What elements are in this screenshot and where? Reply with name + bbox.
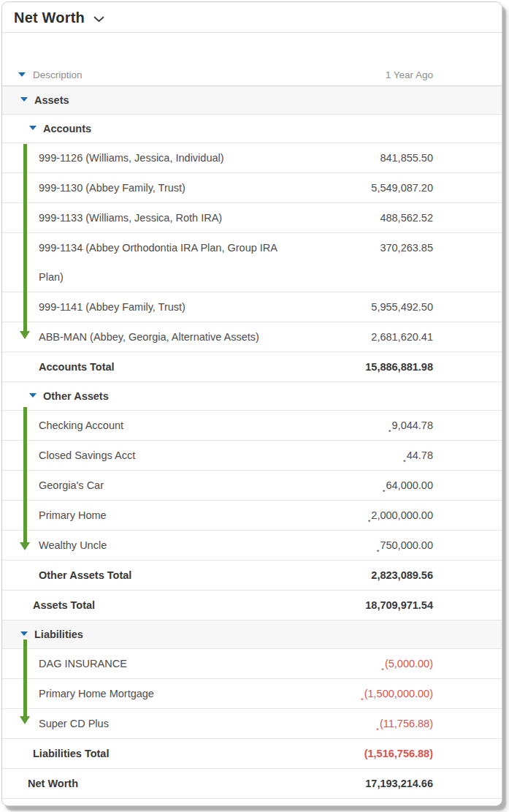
- table-row: Primary Home Mortgage *(1,500,000.00): [2, 679, 502, 709]
- row-value-text: (5,000.00): [385, 658, 433, 669]
- row-value: 2,681,620.41: [371, 322, 502, 352]
- row-value: 841,855.50: [380, 143, 502, 172]
- row-label: Liabilities Total: [33, 739, 109, 768]
- row-label: Closed Savings Acct: [39, 441, 135, 470]
- row-label: Wealthy Uncle: [39, 531, 107, 560]
- table-row: Net Worth 17,193,214.66: [2, 769, 502, 799]
- row-value: 488,562.52: [380, 203, 502, 232]
- row-value-text: (1,500,000.00): [364, 688, 433, 699]
- row-label: 999-1133 (Williams, Jessica, Roth IRA): [39, 203, 222, 232]
- row-label: Accounts: [43, 115, 91, 143]
- table-header-row: Description 1 Year Ago: [2, 64, 502, 86]
- row-value-text: 5,549,087.20: [371, 182, 433, 194]
- row-value: 5,549,087.20: [371, 173, 502, 202]
- net-worth-report-card: Net Worth Description 1 Year Ago Assets …: [1, 1, 502, 806]
- page-title: Net Worth: [14, 10, 85, 26]
- row-value: 5,955,492.50: [371, 292, 502, 322]
- table-row: Assets Total 18,709,971.54: [2, 591, 502, 621]
- row-value: *44.78: [403, 441, 502, 470]
- row-value-text: 64,000.00: [386, 479, 433, 491]
- row-label: Checking Account: [39, 411, 123, 440]
- row-value: 18,709,971.54: [365, 591, 502, 620]
- report-title-bar: Net Worth: [2, 2, 502, 32]
- net-worth-table: Description 1 Year Ago Assets Accounts 9…: [2, 64, 502, 799]
- table-row: 999-1130 (Abbey Family, Trust) 5,549,087…: [2, 173, 502, 203]
- row-label: Primary Home Mortgage: [39, 679, 154, 708]
- collapse-triangle-icon[interactable]: [29, 126, 37, 130]
- row-value-text: 9,044.78: [392, 420, 433, 431]
- row-label: 999-1141 (Abbey Family, Trust): [39, 292, 185, 322]
- table-row[interactable]: Accounts: [2, 115, 502, 143]
- row-value-text: 44.78: [407, 449, 433, 461]
- table-row: 999-1141 (Abbey Family, Trust) 5,955,492…: [2, 292, 502, 322]
- row-value-text: 370,263.85: [380, 242, 433, 254]
- asterisk-marker: *: [361, 696, 364, 704]
- asterisk-marker: *: [377, 547, 380, 555]
- row-label: 999-1130 (Abbey Family, Trust): [39, 173, 185, 202]
- row-label: Other Assets Total: [39, 561, 131, 590]
- collapse-all-triangle-icon[interactable]: [18, 72, 26, 77]
- row-value: *2,000,000.00: [368, 501, 502, 530]
- row-label: ABB-MAN (Abbey, Georgia, Alternative Ass…: [39, 322, 259, 352]
- collapse-triangle-icon[interactable]: [20, 631, 28, 636]
- table-row: Closed Savings Acct *44.78: [2, 441, 502, 471]
- table-row: Liabilities Total (1,516,756.88): [2, 739, 502, 769]
- table-row: DAG INSURANCE *(5,000.00): [2, 649, 502, 679]
- asterisk-marker: *: [389, 428, 391, 436]
- table-row: Accounts Total 15,886,881.98: [2, 352, 502, 382]
- table-row: Super CD Plus *(11,756.88): [2, 709, 502, 739]
- value-column-header: 1 Year Ago: [386, 69, 502, 80]
- table-row: Other Assets Total 2,823,089.56: [2, 561, 502, 591]
- row-value: *(1,500,000.00): [361, 679, 502, 708]
- row-label: DAG INSURANCE: [39, 649, 127, 678]
- table-row: Checking Account *9,044.78: [2, 411, 502, 441]
- row-value-text: 18,709,971.54: [365, 599, 433, 611]
- row-value-text: 488,562.52: [380, 212, 433, 224]
- table-row[interactable]: Other Assets: [2, 382, 502, 411]
- row-label: Liabilities: [34, 621, 83, 648]
- row-value: *750,000.00: [377, 531, 502, 560]
- row-value-text: 2,823,089.56: [371, 569, 433, 581]
- row-label: Accounts Total: [39, 352, 115, 382]
- row-value-text: 5,955,492.50: [371, 301, 433, 313]
- row-value: 2,823,089.56: [371, 561, 502, 590]
- collapse-triangle-icon[interactable]: [20, 97, 28, 102]
- liabilities-rows-arrow-green-arrow-annotation: [23, 640, 27, 716]
- row-value: *9,044.78: [389, 411, 502, 440]
- row-value-text: 750,000.00: [380, 539, 433, 551]
- row-label: Assets Total: [33, 591, 95, 620]
- row-label: Other Assets: [43, 382, 109, 410]
- collapse-triangle-icon[interactable]: [29, 393, 37, 398]
- asterisk-marker: *: [383, 487, 386, 496]
- other-assets-rows-arrow-green-arrow-annotation: [23, 407, 27, 542]
- row-label: 999-1126 (Williams, Jessica, Individual): [39, 143, 224, 172]
- row-value: 370,263.85: [380, 233, 502, 262]
- description-column-header: Description: [33, 69, 83, 80]
- table-row: 999-1133 (Williams, Jessica, Roth IRA) 4…: [2, 203, 502, 233]
- asterisk-marker: *: [376, 726, 379, 734]
- row-value-text: 15,886,881.98: [365, 361, 433, 373]
- row-label: Super CD Plus: [39, 709, 109, 738]
- table-row: Georgia's Car *64,000.00: [2, 471, 502, 501]
- asterisk-marker: *: [381, 666, 384, 674]
- row-value: *(5,000.00): [381, 649, 502, 678]
- table-row: ABB-MAN (Abbey, Georgia, Alternative Ass…: [2, 322, 502, 352]
- row-value-text: 2,681,620.41: [371, 331, 433, 343]
- row-label: Net Worth: [28, 769, 78, 798]
- row-label: Assets: [34, 86, 69, 114]
- row-label: Georgia's Car: [39, 471, 104, 500]
- accounts-rows-arrow-green-arrow-annotation: [23, 144, 27, 331]
- title-divider: [2, 32, 502, 33]
- row-value-text: (11,756.88): [380, 718, 433, 729]
- table-row[interactable]: Liabilities: [2, 621, 502, 649]
- table-row: 999-1126 (Williams, Jessica, Individual)…: [2, 143, 502, 173]
- row-value: *64,000.00: [383, 471, 502, 500]
- table-row: Wealthy Uncle *750,000.00: [2, 531, 502, 561]
- asterisk-marker: *: [403, 458, 406, 466]
- table-row[interactable]: Assets: [2, 86, 502, 115]
- chevron-down-icon[interactable]: [93, 16, 104, 23]
- row-value-text: 2,000,000.00: [371, 509, 433, 521]
- row-value-text: 17,193,214.66: [365, 778, 433, 789]
- row-value: 17,193,214.66: [365, 769, 502, 798]
- asterisk-marker: *: [368, 517, 371, 525]
